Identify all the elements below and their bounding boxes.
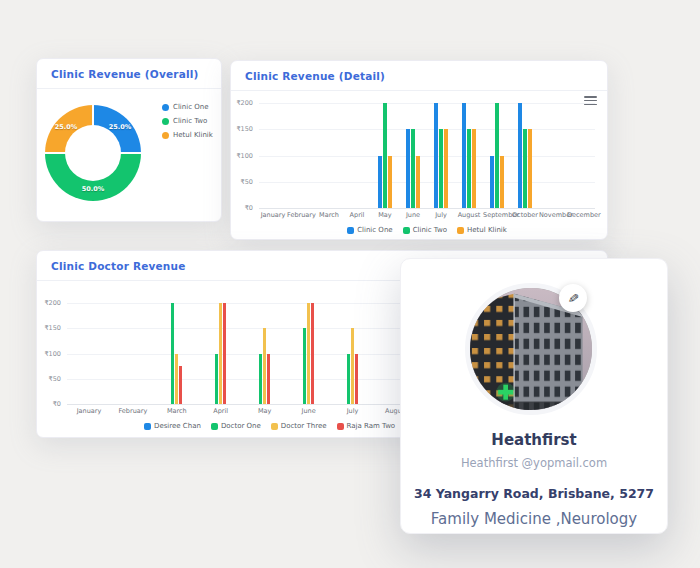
legend-swatch (337, 423, 344, 430)
bar-doctor-one[interactable] (303, 328, 306, 404)
legend-label: Clinic Two (413, 226, 447, 234)
legend-item-doctor-three[interactable]: Doctor Three (271, 422, 327, 430)
legend-label: Clinic Two (173, 117, 207, 125)
bar-clinic-one[interactable] (518, 103, 522, 208)
bar-raja-ram-two[interactable] (267, 354, 270, 405)
y-axis-tick: ₹100 (236, 152, 253, 160)
bar-group-july (427, 103, 455, 208)
legend-label: Doctor One (221, 422, 261, 430)
bar-clinic-two[interactable] (495, 103, 499, 208)
profile-details: Heathfirst Heathfirst @yopmail.com 34 Ya… (401, 431, 667, 528)
bar-doctor-three[interactable] (351, 328, 354, 404)
bar-group-september (483, 103, 511, 208)
bar-group-may (243, 303, 287, 404)
bar-clinic-one[interactable] (378, 156, 382, 209)
x-axis-label: September (483, 211, 511, 219)
clinic-email: Heathfirst @yopmail.com (401, 456, 667, 470)
legend-dot (162, 104, 169, 111)
legend-label: Clinic One (173, 103, 209, 111)
x-axis-label: February (111, 407, 155, 415)
legend-item-clinic-one[interactable]: Clinic One (347, 226, 393, 234)
card-title: Clinic Revenue (Detail) (245, 70, 385, 82)
bar-doctor-three[interactable] (307, 303, 310, 404)
legend-swatch (457, 227, 464, 234)
donut-value-clinic-two: 50.0% (82, 185, 105, 193)
bar-clinic-one[interactable] (490, 156, 494, 209)
bar-raja-ram-two[interactable] (223, 303, 226, 404)
bar-group-april (343, 103, 371, 208)
y-axis-tick: ₹200 (236, 99, 253, 107)
bar-hetul-klinik[interactable] (444, 129, 448, 208)
y-axis: ₹200₹150₹100₹50₹0 (231, 103, 257, 208)
legend-item-hetul-klinik[interactable]: Hetul Klinik (162, 131, 213, 139)
bar-group-june (287, 303, 331, 404)
bar-hetul-klinik[interactable] (500, 156, 504, 209)
legend-item-desiree-chan[interactable]: Desiree Chan (144, 422, 201, 430)
detail-bar-chart: ₹200₹150₹100₹50₹0 JanuaryFebruaryMarchAp… (231, 103, 607, 234)
bar-group-march (155, 303, 199, 404)
bar-doctor-one[interactable] (347, 354, 350, 405)
bar-group-july (331, 303, 375, 404)
bar-clinic-one[interactable] (406, 129, 410, 208)
bar-clinic-one[interactable] (434, 103, 438, 208)
bar-doctor-one[interactable] (171, 303, 174, 404)
bar-clinic-one[interactable] (462, 103, 466, 208)
x-axis-label: November (539, 211, 567, 219)
donut-legend: Clinic OneClinic TwoHetul Klinik (162, 103, 213, 139)
bar-hetul-klinik[interactable] (388, 156, 392, 209)
bar-hetul-klinik[interactable] (472, 129, 476, 208)
y-axis: ₹200₹150₹100₹50₹0 (37, 303, 65, 404)
bar-doctor-three[interactable] (175, 354, 178, 405)
bar-raja-ram-two[interactable] (355, 354, 358, 405)
bar-doctor-three[interactable] (263, 328, 266, 404)
donut-value-hetul-klinik: 25.0% (55, 123, 78, 131)
gridline (259, 208, 595, 209)
bar-clinic-two[interactable] (383, 103, 387, 208)
y-axis-tick: ₹150 (236, 125, 253, 133)
plot-area (259, 103, 595, 208)
bar-raja-ram-two[interactable] (311, 303, 314, 404)
clinic-specialties: Family Medicine ,Neurology (401, 510, 667, 528)
bar-clinic-two[interactable] (467, 129, 471, 208)
bar-clinic-two[interactable] (523, 129, 527, 208)
pencil-edit-icon[interactable]: ✎ (559, 284, 587, 312)
bar-clinic-two[interactable] (411, 129, 415, 208)
x-axis-label: December (567, 211, 595, 219)
bar-group-may (371, 103, 399, 208)
bar-group-january (67, 303, 111, 404)
clinic-revenue-overall-card: Clinic Revenue (Overall) 25.0% 50.0% 25.… (36, 58, 222, 222)
legend-swatch (144, 423, 151, 430)
y-axis-tick: ₹50 (241, 178, 253, 186)
bar-group-august (455, 103, 483, 208)
bar-doctor-three[interactable] (219, 303, 222, 404)
y-axis-tick: ₹150 (44, 324, 61, 332)
bar-group-december (567, 103, 595, 208)
donut-chart: 25.0% 50.0% 25.0% (45, 105, 141, 201)
bar-raja-ram-two[interactable] (179, 366, 182, 404)
card-header: Clinic Revenue (Overall) (37, 59, 221, 89)
legend-item-raja-ram-two[interactable]: Raja Ram Two (337, 422, 396, 430)
x-axis-label: March (155, 407, 199, 415)
legend-item-clinic-two[interactable]: Clinic Two (162, 117, 213, 125)
legend-item-clinic-two[interactable]: Clinic Two (403, 226, 447, 234)
card-header: Clinic Revenue (Detail) (231, 61, 607, 91)
bar-doctor-one[interactable] (259, 354, 262, 405)
x-axis-label: February (287, 211, 315, 219)
x-axis-label: January (67, 407, 111, 415)
clinic-revenue-detail-card: Clinic Revenue (Detail) ₹200₹150₹100₹50₹… (230, 60, 608, 240)
bar-group-november (539, 103, 567, 208)
legend-label: Doctor Three (281, 422, 327, 430)
legend-item-hetul-klinik[interactable]: Hetul Klinik (457, 226, 507, 234)
bar-clinic-two[interactable] (439, 129, 443, 208)
clinic-name: Heathfirst (401, 431, 667, 449)
bar-group-april (199, 303, 243, 404)
legend-item-clinic-one[interactable]: Clinic One (162, 103, 213, 111)
bar-group-january (259, 103, 287, 208)
legend-item-doctor-one[interactable]: Doctor One (211, 422, 261, 430)
bar-hetul-klinik[interactable] (528, 129, 532, 208)
dashboard: Clinic Revenue (Overall) 25.0% 50.0% 25.… (0, 0, 700, 568)
bar-hetul-klinik[interactable] (416, 156, 420, 209)
clinic-profile-card: ✎ Heathfirst Heathfirst @yopmail.com 34 … (400, 258, 668, 534)
x-axis-label: August (455, 211, 483, 219)
bar-doctor-one[interactable] (215, 354, 218, 405)
